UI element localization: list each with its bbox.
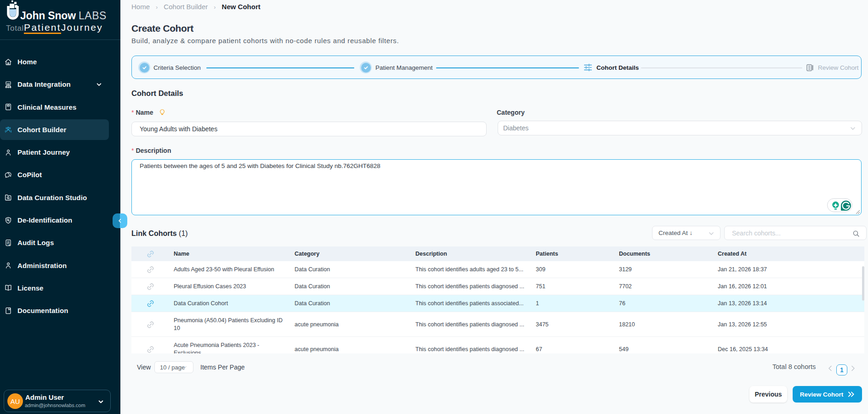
svg-text:2: 2 <box>9 243 10 246</box>
